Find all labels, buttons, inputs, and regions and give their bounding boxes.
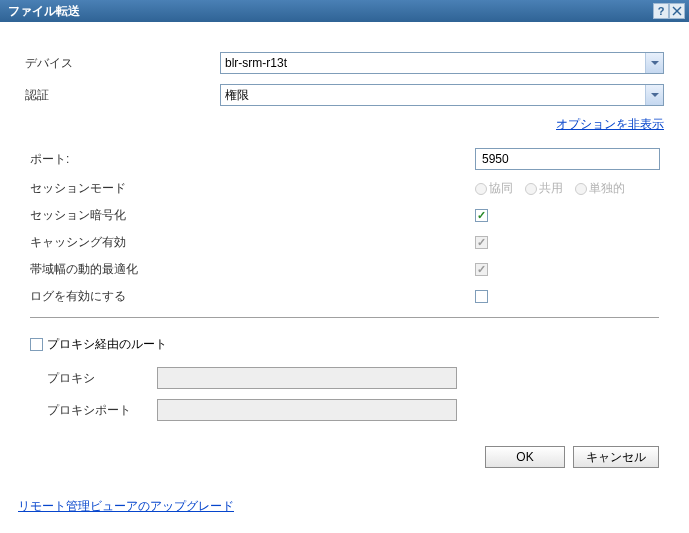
logging-label: ログを有効にする bbox=[25, 288, 475, 305]
radio-icon bbox=[575, 183, 587, 195]
caching-checkbox bbox=[475, 236, 488, 249]
auth-row: 認証 権限 bbox=[25, 84, 664, 106]
titlebar-buttons: ? bbox=[653, 3, 685, 19]
port-row: ポート: bbox=[25, 148, 664, 170]
titlebar: ファイル転送 ? bbox=[0, 0, 689, 22]
dialog-content: デバイス blr-srm-r13t 認証 権限 オプションを非表示 ポート: セ… bbox=[0, 22, 689, 478]
close-button[interactable] bbox=[669, 3, 685, 19]
auth-select[interactable]: 権限 bbox=[220, 84, 664, 106]
proxy-route-row: プロキシ経由のルート bbox=[25, 336, 664, 353]
caching-row: キャッシング有効 bbox=[25, 234, 664, 251]
session-mode-label: セッションモード bbox=[25, 180, 475, 197]
bandwidth-label: 帯域幅の動的最適化 bbox=[25, 261, 475, 278]
proxy-port-input bbox=[157, 399, 457, 421]
button-row: OK キャンセル bbox=[25, 446, 664, 468]
radio-collab: 協同 bbox=[475, 180, 513, 197]
proxy-host-row: プロキシ bbox=[25, 367, 664, 389]
proxy-host-label: プロキシ bbox=[47, 370, 157, 387]
session-mode-row: セッションモード 協同 共用 単独的 bbox=[25, 180, 664, 197]
device-row: デバイス blr-srm-r13t bbox=[25, 52, 664, 74]
proxy-port-row: プロキシポート bbox=[25, 399, 664, 421]
encryption-label: セッション暗号化 bbox=[25, 207, 475, 224]
logging-row: ログを有効にする bbox=[25, 288, 664, 305]
help-button[interactable]: ? bbox=[653, 3, 669, 19]
radio-icon bbox=[525, 183, 537, 195]
encryption-row: セッション暗号化 bbox=[25, 207, 664, 224]
radio-icon bbox=[475, 183, 487, 195]
window-title: ファイル転送 bbox=[8, 3, 653, 20]
close-icon bbox=[672, 6, 682, 16]
ok-button[interactable]: OK bbox=[485, 446, 565, 468]
proxy-host-input bbox=[157, 367, 457, 389]
cancel-button[interactable]: キャンセル bbox=[573, 446, 659, 468]
device-select-wrap[interactable]: blr-srm-r13t bbox=[220, 52, 664, 74]
options-link-row: オプションを非表示 bbox=[25, 116, 664, 133]
port-label: ポート: bbox=[25, 151, 475, 168]
session-mode-group: 協同 共用 単独的 bbox=[475, 180, 625, 197]
auth-select-wrap[interactable]: 権限 bbox=[220, 84, 664, 106]
device-label: デバイス bbox=[25, 55, 220, 72]
proxy-port-label: プロキシポート bbox=[47, 402, 157, 419]
footer-link: リモート管理ビューアのアップグレード bbox=[18, 498, 234, 515]
radio-shared: 共用 bbox=[525, 180, 563, 197]
separator bbox=[30, 317, 659, 318]
proxy-route-checkbox[interactable] bbox=[30, 338, 43, 351]
logging-checkbox[interactable] bbox=[475, 290, 488, 303]
bandwidth-checkbox bbox=[475, 263, 488, 276]
options-panel: ポート: セッションモード 協同 共用 単独的 セッション暗号化 キャッシング有… bbox=[25, 148, 664, 421]
port-input[interactable] bbox=[475, 148, 660, 170]
encryption-checkbox[interactable] bbox=[475, 209, 488, 222]
caching-label: キャッシング有効 bbox=[25, 234, 475, 251]
auth-label: 認証 bbox=[25, 87, 220, 104]
hide-options-link[interactable]: オプションを非表示 bbox=[556, 117, 664, 131]
upgrade-viewer-link[interactable]: リモート管理ビューアのアップグレード bbox=[18, 499, 234, 513]
radio-exclusive: 単独的 bbox=[575, 180, 625, 197]
bandwidth-row: 帯域幅の動的最適化 bbox=[25, 261, 664, 278]
proxy-route-label: プロキシ経由のルート bbox=[47, 336, 167, 353]
device-select[interactable]: blr-srm-r13t bbox=[220, 52, 664, 74]
